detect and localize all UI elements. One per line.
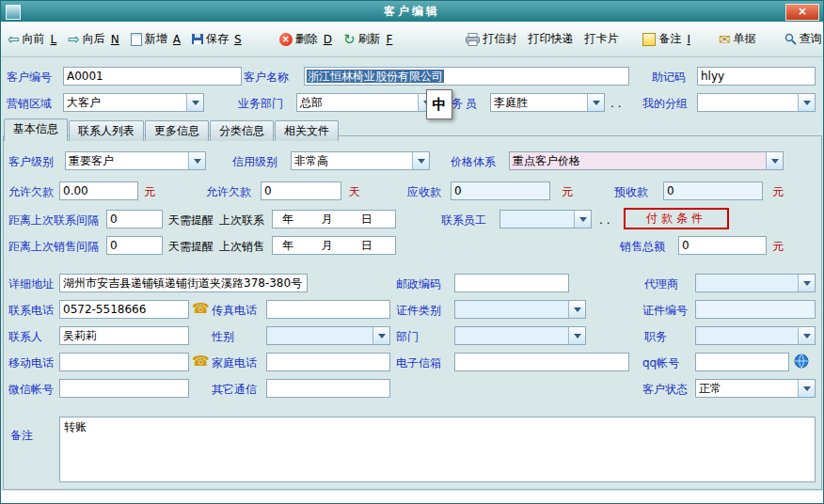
close-button[interactable]: × bbox=[785, 4, 819, 21]
cert-type-dropdown[interactable] bbox=[454, 300, 586, 319]
chevron-down-icon[interactable] bbox=[574, 211, 591, 228]
group-dropdown[interactable] bbox=[697, 93, 816, 112]
remark-label: 备注 bbox=[658, 31, 681, 47]
delete-button[interactable]: × 删除D bbox=[277, 28, 335, 50]
tab-basic-info[interactable]: 基本信息 bbox=[4, 118, 68, 141]
home-phone-label: 家庭电话 bbox=[212, 354, 257, 372]
last-sale-date-input[interactable]: 年 月 日 bbox=[272, 236, 396, 255]
chevron-down-icon[interactable] bbox=[568, 301, 585, 318]
chevron-down-icon[interactable] bbox=[188, 152, 205, 169]
email-input[interactable] bbox=[454, 353, 629, 371]
documents-button[interactable]: ✉ 单据 bbox=[716, 28, 759, 50]
sales-interval-input[interactable] bbox=[106, 236, 163, 255]
debt-label: 允许欠款 bbox=[8, 182, 54, 201]
back-label: 向前 bbox=[23, 31, 45, 47]
position-label: 职务 bbox=[644, 327, 667, 346]
remark-button[interactable]: 备注I bbox=[640, 28, 693, 50]
status-label: 客户状态 bbox=[642, 380, 688, 399]
level-dropdown[interactable]: 重要客户 bbox=[65, 151, 206, 170]
other-comm-input[interactable] bbox=[266, 379, 390, 398]
tab-more-info[interactable]: 更多信息 bbox=[145, 120, 209, 141]
address-input[interactable] bbox=[59, 274, 308, 292]
receivable-input[interactable] bbox=[451, 181, 550, 200]
tab-related-files[interactable]: 相关文件 bbox=[275, 120, 339, 141]
dept-dropdown[interactable]: 总部 bbox=[296, 93, 436, 112]
salesman-dropdown[interactable]: 李庭胜 bbox=[490, 93, 605, 112]
notes-textarea[interactable]: 转账 bbox=[59, 417, 816, 482]
toolbar: ⇦ 向前L ⇨ 向后N 新增A 保存S × 删除D ↻ 刷新F 打信封 打印快递 bbox=[1, 22, 823, 57]
cert-no-input[interactable] bbox=[695, 300, 816, 319]
level-value: 重要客户 bbox=[66, 152, 188, 169]
prepaid-input[interactable] bbox=[663, 181, 763, 200]
back-button[interactable]: ⇦ 向前L bbox=[5, 28, 59, 50]
chevron-down-icon[interactable] bbox=[798, 380, 815, 397]
notes-label: 备注 bbox=[10, 426, 33, 445]
contact-staff-dropdown[interactable] bbox=[499, 210, 592, 228]
contact-person-input[interactable] bbox=[59, 326, 189, 345]
chevron-down-icon[interactable] bbox=[587, 94, 604, 111]
print-card-button[interactable]: 打卡片 bbox=[581, 28, 621, 50]
forward-button[interactable]: ⇨ 向后N bbox=[65, 28, 122, 50]
home-phone-input[interactable] bbox=[266, 353, 390, 371]
credit-dropdown[interactable]: 非常高 bbox=[291, 151, 430, 170]
save-button[interactable]: 保存S bbox=[189, 28, 245, 50]
tab-contact-list[interactable]: 联系人列表 bbox=[69, 120, 144, 141]
customer-no-input[interactable] bbox=[63, 67, 242, 86]
zip-input[interactable] bbox=[454, 274, 569, 292]
chevron-down-icon[interactable] bbox=[412, 152, 429, 169]
mnemonic-label: 助记码 bbox=[652, 68, 686, 87]
chevron-down-icon[interactable] bbox=[798, 327, 815, 344]
chevron-down-icon[interactable] bbox=[798, 275, 815, 291]
chevron-down-icon[interactable] bbox=[372, 327, 389, 344]
customer-name-input[interactable]: 浙江恒林椅业股份有限公司 bbox=[304, 67, 629, 86]
region-dropdown[interactable]: 大客户 bbox=[63, 93, 204, 112]
refresh-button[interactable]: ↻ 刷新F bbox=[341, 28, 395, 50]
sales-remind-suffix: 天需提醒 bbox=[168, 237, 214, 256]
qq-input[interactable] bbox=[695, 353, 789, 371]
query-button[interactable]: 查询 bbox=[782, 28, 824, 50]
debt-days-input[interactable] bbox=[261, 181, 341, 200]
print-card-label: 打卡片 bbox=[584, 31, 618, 47]
new-button[interactable]: 新增A bbox=[128, 28, 183, 50]
phone-input[interactable] bbox=[59, 300, 189, 319]
globe-icon[interactable] bbox=[794, 354, 809, 369]
back-icon: ⇦ bbox=[8, 33, 20, 46]
debt-input[interactable] bbox=[59, 181, 138, 200]
forward-label: 向后 bbox=[83, 31, 105, 47]
contact-interval-input[interactable] bbox=[106, 210, 163, 228]
chevron-down-icon[interactable] bbox=[568, 327, 585, 344]
status-dropdown[interactable]: 正常 bbox=[695, 379, 816, 398]
total-sales-input[interactable] bbox=[678, 236, 767, 255]
sales-interval-label: 距离上次销售间隔 bbox=[8, 237, 99, 256]
position-dropdown[interactable] bbox=[695, 326, 816, 345]
payment-terms-button[interactable]: 付款条件 bbox=[624, 208, 729, 229]
department-label: 部门 bbox=[396, 327, 419, 346]
save-label: 保存 bbox=[206, 31, 229, 47]
wechat-input[interactable] bbox=[59, 379, 189, 398]
tab-category-info[interactable]: 分类信息 bbox=[210, 120, 274, 141]
receivable-unit: 元 bbox=[562, 182, 573, 201]
last-contact-date-input[interactable]: 年 月 日 bbox=[272, 210, 396, 228]
gender-dropdown[interactable] bbox=[266, 326, 390, 345]
envelope-icon: ✉ bbox=[719, 33, 731, 46]
credit-value: 非常高 bbox=[292, 152, 412, 169]
agent-dropdown[interactable] bbox=[695, 274, 816, 292]
mnemonic-input[interactable] bbox=[697, 67, 816, 86]
phone-icon[interactable]: ☎ bbox=[192, 352, 210, 370]
mobile-input[interactable] bbox=[59, 353, 189, 371]
print-envelope-button[interactable]: 打信封 bbox=[463, 28, 519, 50]
new-page-icon bbox=[131, 33, 142, 46]
last-sale-label: 上次销售 bbox=[219, 237, 264, 256]
other-comm-label: 其它通信 bbox=[212, 380, 257, 399]
department-dropdown[interactable] bbox=[454, 326, 586, 345]
refresh-hotkey: F bbox=[387, 33, 393, 46]
print-express-button[interactable]: 打印快递 bbox=[525, 28, 576, 50]
printer-icon bbox=[466, 33, 480, 46]
chevron-down-icon[interactable] bbox=[798, 94, 815, 111]
new-hotkey: A bbox=[173, 33, 181, 46]
fax-input[interactable] bbox=[266, 300, 390, 319]
phone-icon[interactable]: ☎ bbox=[192, 299, 210, 318]
chevron-down-icon[interactable] bbox=[186, 94, 203, 111]
price-dropdown[interactable]: 重点客户价格 bbox=[509, 151, 784, 170]
chevron-down-icon[interactable] bbox=[766, 152, 783, 169]
